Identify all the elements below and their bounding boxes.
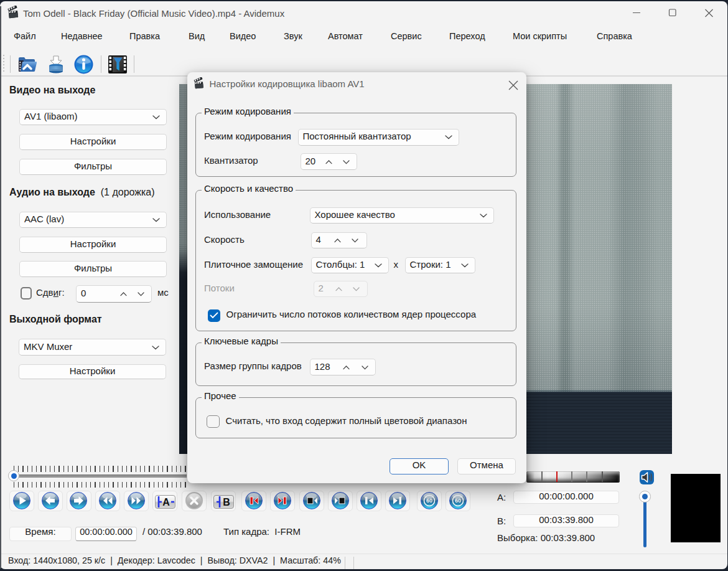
svg-text:60: 60 <box>426 498 432 504</box>
svg-text:B: B <box>223 497 230 507</box>
svg-text:A: A <box>162 497 170 507</box>
svg-text:60: 60 <box>455 498 461 504</box>
